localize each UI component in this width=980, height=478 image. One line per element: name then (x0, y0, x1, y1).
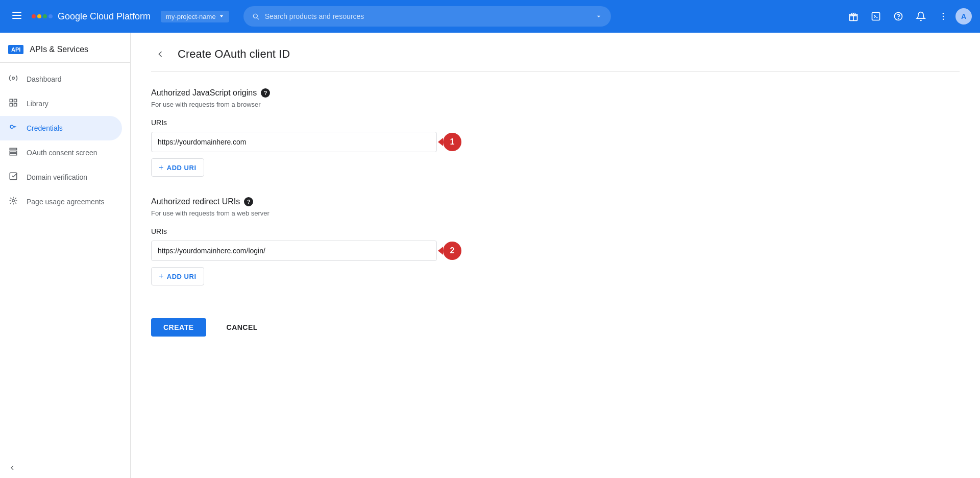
svg-rect-19 (10, 173, 17, 180)
notification-icon[interactable] (911, 6, 931, 27)
search-input[interactable] (265, 12, 590, 20)
sidebar-item-domain-label: Domain verification (27, 173, 87, 181)
svg-rect-12 (14, 99, 17, 102)
search-bar[interactable] (243, 6, 611, 27)
sidebar-item-oauth-label: OAuth consent screen (27, 149, 97, 157)
page-title: Create OAuth client ID (178, 47, 290, 61)
menu-icon[interactable] (8, 7, 26, 27)
cancel-button[interactable]: CANCEL (214, 318, 270, 337)
add-uri-plus-icon: + (159, 163, 164, 172)
svg-rect-0 (12, 12, 21, 13)
sidebar-item-dashboard[interactable]: Dashboard (0, 67, 122, 91)
top-navigation: Google Cloud Platform my-project-name A (0, 0, 980, 33)
redirect-uris-add-uri-button[interactable]: + ADD URI (151, 267, 204, 285)
redirect-uris-title: Authorized redirect URIs ? (151, 197, 960, 206)
project-name: my-project-name (166, 13, 216, 20)
js-origins-add-uri-label: ADD URI (167, 164, 197, 172)
redirect-uris-uris-label: URIs (151, 227, 960, 235)
sidebar-header: API APIs & Services (0, 37, 130, 63)
svg-point-15 (10, 125, 13, 128)
sidebar-item-oauth[interactable]: OAuth consent screen (0, 140, 122, 165)
svg-rect-14 (14, 103, 17, 106)
js-origins-add-uri-button[interactable]: + ADD URI (151, 158, 204, 177)
redirect-uris-add-uri-label: ADD URI (167, 273, 197, 280)
back-button[interactable] (151, 45, 169, 63)
domain-icon (8, 172, 18, 183)
library-icon (8, 98, 18, 110)
sidebar: API APIs & Services Dashboard Library (0, 33, 131, 478)
app-layout: API APIs & Services Dashboard Library (0, 33, 980, 478)
redirect-uris-desc: For use with requests from a web server (151, 209, 960, 217)
search-expand-icon[interactable] (595, 12, 603, 20)
sidebar-item-credentials-label: Credentials (27, 124, 63, 132)
svg-rect-2 (12, 18, 21, 19)
page-header: Create OAuth client ID (151, 45, 960, 72)
terminal-icon[interactable] (866, 6, 886, 27)
js-origins-uri-input[interactable] (151, 132, 437, 152)
sidebar-item-domain[interactable]: Domain verification (0, 165, 122, 189)
help-icon[interactable] (888, 6, 909, 27)
project-selector[interactable]: my-project-name (161, 11, 229, 22)
logo-dots (32, 14, 53, 18)
logo-text: Google Cloud Platform (58, 11, 151, 22)
svg-rect-17 (10, 151, 17, 152)
sidebar-item-credentials[interactable]: Credentials (0, 116, 122, 140)
credentials-icon (8, 123, 18, 134)
js-origins-uri-row: 1 (151, 132, 960, 152)
svg-rect-16 (10, 148, 17, 150)
sidebar-item-page-usage[interactable]: Page usage agreements (0, 189, 122, 214)
svg-point-7 (943, 13, 944, 14)
action-row: CREATE CANCEL (151, 306, 960, 337)
js-origins-help-icon[interactable]: ? (261, 88, 270, 98)
redirect-uri-input[interactable] (151, 241, 437, 261)
svg-rect-1 (12, 15, 21, 16)
nav-actions: A (843, 6, 972, 27)
sidebar-nav: Dashboard Library Credentials OAuth cons… (0, 63, 130, 458)
api-badge: API (8, 45, 23, 54)
svg-point-20 (12, 199, 15, 202)
add-uri-plus-icon-2: + (159, 272, 164, 281)
redirect-uris-callout-badge: 2 (443, 242, 461, 260)
js-origins-title: Authorized JavaScript origins ? (151, 88, 960, 98)
svg-point-9 (943, 19, 944, 20)
redirect-uris-section: Authorized redirect URIs ? For use with … (151, 197, 960, 285)
sidebar-title: APIs & Services (30, 45, 88, 54)
dashboard-icon (8, 74, 18, 85)
create-button[interactable]: CREATE (151, 318, 206, 337)
svg-point-8 (943, 16, 944, 17)
avatar[interactable]: A (955, 8, 972, 25)
sidebar-collapse-button[interactable] (0, 458, 130, 478)
svg-rect-18 (10, 153, 17, 155)
js-origins-uris-label: URIs (151, 118, 960, 127)
main-content: Create OAuth client ID Authorized JavaSc… (131, 33, 980, 478)
app-logo: Google Cloud Platform (32, 11, 151, 22)
svg-point-6 (898, 18, 899, 19)
js-origins-desc: For use with requests from a browser (151, 101, 960, 108)
svg-point-10 (12, 77, 15, 79)
gifts-icon[interactable] (843, 6, 864, 27)
sidebar-item-dashboard-label: Dashboard (27, 75, 62, 83)
redirect-uris-help-icon[interactable]: ? (244, 197, 253, 206)
search-icon (252, 12, 260, 20)
js-origins-callout-badge: 1 (443, 133, 461, 151)
redirect-uri-row: 2 (151, 241, 960, 261)
sidebar-item-page-usage-label: Page usage agreements (27, 198, 105, 206)
svg-rect-13 (10, 103, 12, 106)
sidebar-item-library[interactable]: Library (0, 91, 122, 116)
svg-rect-11 (10, 99, 12, 102)
more-options-icon[interactable] (933, 6, 953, 27)
js-origins-section: Authorized JavaScript origins ? For use … (151, 88, 960, 177)
oauth-icon (8, 147, 18, 159)
page-usage-icon (8, 196, 18, 208)
sidebar-item-library-label: Library (27, 100, 48, 108)
